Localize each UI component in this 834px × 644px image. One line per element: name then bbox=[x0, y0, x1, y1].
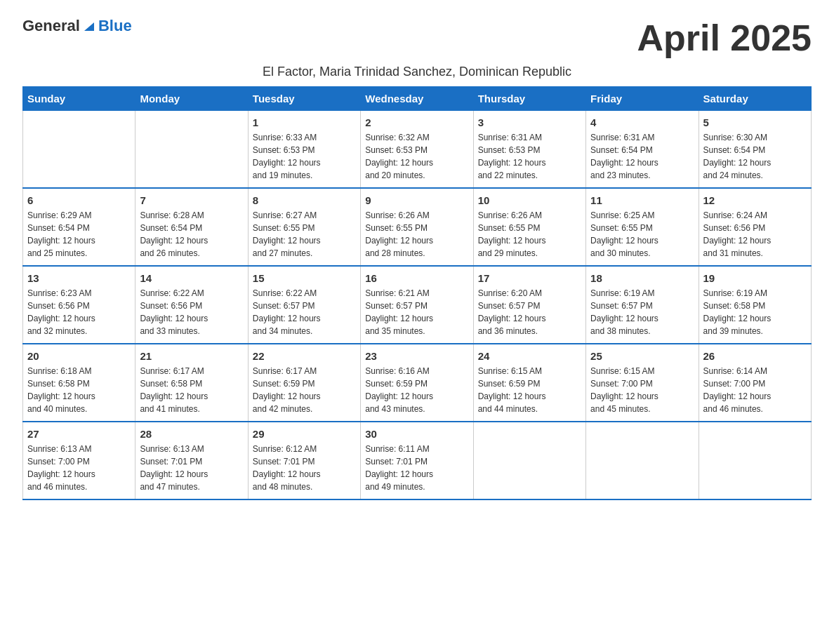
calendar-week-row: 13Sunrise: 6:23 AMSunset: 6:56 PMDayligh… bbox=[23, 266, 812, 344]
day-info: Sunrise: 6:18 AMSunset: 6:58 PMDaylight:… bbox=[27, 365, 131, 415]
calendar-day-header: Sunday bbox=[23, 87, 135, 111]
day-number: 14 bbox=[140, 272, 243, 284]
calendar-cell bbox=[473, 422, 585, 499]
day-info: Sunrise: 6:17 AMSunset: 6:59 PMDaylight:… bbox=[253, 365, 356, 415]
day-number: 28 bbox=[140, 428, 243, 440]
day-info: Sunrise: 6:14 AMSunset: 7:00 PMDaylight:… bbox=[703, 365, 807, 415]
day-info: Sunrise: 6:19 AMSunset: 6:58 PMDaylight:… bbox=[703, 287, 807, 337]
day-info: Sunrise: 6:32 AMSunset: 6:53 PMDaylight:… bbox=[365, 131, 468, 182]
calendar-cell: 30Sunrise: 6:11 AMSunset: 7:01 PMDayligh… bbox=[361, 422, 473, 499]
day-info: Sunrise: 6:19 AMSunset: 6:57 PMDaylight:… bbox=[590, 287, 694, 337]
day-number: 9 bbox=[365, 194, 468, 206]
calendar-cell bbox=[586, 422, 699, 499]
calendar-header-row: SundayMondayTuesdayWednesdayThursdayFrid… bbox=[23, 87, 812, 111]
calendar-cell: 9Sunrise: 6:26 AMSunset: 6:55 PMDaylight… bbox=[361, 188, 473, 266]
calendar-cell: 4Sunrise: 6:31 AMSunset: 6:54 PMDaylight… bbox=[586, 111, 699, 189]
calendar-cell: 29Sunrise: 6:12 AMSunset: 7:01 PMDayligh… bbox=[248, 422, 360, 499]
day-info: Sunrise: 6:11 AMSunset: 7:01 PMDaylight:… bbox=[365, 443, 468, 493]
day-info: Sunrise: 6:31 AMSunset: 6:54 PMDaylight:… bbox=[590, 131, 694, 182]
calendar-week-row: 6Sunrise: 6:29 AMSunset: 6:54 PMDaylight… bbox=[23, 188, 812, 266]
calendar-week-row: 20Sunrise: 6:18 AMSunset: 6:58 PMDayligh… bbox=[23, 344, 812, 422]
day-info: Sunrise: 6:15 AMSunset: 6:59 PMDaylight:… bbox=[478, 365, 581, 415]
day-number: 2 bbox=[365, 116, 468, 128]
page-header: General Blue April 2025 bbox=[22, 17, 812, 59]
calendar-cell: 1Sunrise: 6:33 AMSunset: 6:53 PMDaylight… bbox=[248, 111, 360, 189]
day-number: 24 bbox=[478, 350, 581, 362]
day-info: Sunrise: 6:24 AMSunset: 6:56 PMDaylight:… bbox=[703, 209, 807, 260]
day-number: 7 bbox=[140, 194, 243, 206]
day-info: Sunrise: 6:12 AMSunset: 7:01 PMDaylight:… bbox=[253, 443, 356, 493]
day-number: 10 bbox=[478, 194, 581, 206]
calendar-cell: 14Sunrise: 6:22 AMSunset: 6:56 PMDayligh… bbox=[135, 266, 248, 344]
calendar-cell: 12Sunrise: 6:24 AMSunset: 6:56 PMDayligh… bbox=[699, 188, 811, 266]
calendar-cell: 17Sunrise: 6:20 AMSunset: 6:57 PMDayligh… bbox=[473, 266, 585, 344]
day-number: 8 bbox=[253, 194, 356, 206]
day-number: 5 bbox=[703, 116, 807, 128]
day-number: 11 bbox=[590, 194, 694, 206]
day-number: 15 bbox=[253, 272, 356, 284]
calendar-cell: 10Sunrise: 6:26 AMSunset: 6:55 PMDayligh… bbox=[473, 188, 585, 266]
logo-triangle-icon bbox=[81, 18, 97, 34]
day-number: 13 bbox=[27, 272, 131, 284]
svg-marker-0 bbox=[84, 22, 94, 31]
day-info: Sunrise: 6:28 AMSunset: 6:54 PMDaylight:… bbox=[140, 209, 243, 260]
calendar-cell: 8Sunrise: 6:27 AMSunset: 6:55 PMDaylight… bbox=[248, 188, 360, 266]
calendar-cell: 24Sunrise: 6:15 AMSunset: 6:59 PMDayligh… bbox=[473, 344, 585, 422]
day-info: Sunrise: 6:33 AMSunset: 6:53 PMDaylight:… bbox=[253, 131, 356, 182]
calendar-cell: 3Sunrise: 6:31 AMSunset: 6:53 PMDaylight… bbox=[473, 111, 585, 189]
day-number: 16 bbox=[365, 272, 468, 284]
calendar-cell: 19Sunrise: 6:19 AMSunset: 6:58 PMDayligh… bbox=[699, 266, 811, 344]
day-info: Sunrise: 6:13 AMSunset: 7:00 PMDaylight:… bbox=[27, 443, 131, 493]
calendar-table: SundayMondayTuesdayWednesdayThursdayFrid… bbox=[22, 86, 812, 500]
day-number: 12 bbox=[703, 194, 807, 206]
calendar-day-header: Saturday bbox=[699, 87, 811, 111]
calendar-cell: 20Sunrise: 6:18 AMSunset: 6:58 PMDayligh… bbox=[23, 344, 135, 422]
calendar-week-row: 1Sunrise: 6:33 AMSunset: 6:53 PMDaylight… bbox=[23, 111, 812, 189]
day-number: 29 bbox=[253, 428, 356, 440]
day-number: 27 bbox=[27, 428, 131, 440]
day-info: Sunrise: 6:23 AMSunset: 6:56 PMDaylight:… bbox=[27, 287, 131, 337]
day-number: 19 bbox=[703, 272, 807, 284]
calendar-cell: 5Sunrise: 6:30 AMSunset: 6:54 PMDaylight… bbox=[699, 111, 811, 189]
calendar-day-header: Thursday bbox=[473, 87, 585, 111]
calendar-day-header: Tuesday bbox=[248, 87, 360, 111]
day-number: 17 bbox=[478, 272, 581, 284]
calendar-cell: 13Sunrise: 6:23 AMSunset: 6:56 PMDayligh… bbox=[23, 266, 135, 344]
day-number: 23 bbox=[365, 350, 468, 362]
day-info: Sunrise: 6:29 AMSunset: 6:54 PMDaylight:… bbox=[27, 209, 131, 260]
calendar-day-header: Wednesday bbox=[361, 87, 473, 111]
calendar-cell: 11Sunrise: 6:25 AMSunset: 6:55 PMDayligh… bbox=[586, 188, 699, 266]
day-info: Sunrise: 6:26 AMSunset: 6:55 PMDaylight:… bbox=[365, 209, 468, 260]
day-info: Sunrise: 6:26 AMSunset: 6:55 PMDaylight:… bbox=[478, 209, 581, 260]
calendar-cell: 21Sunrise: 6:17 AMSunset: 6:58 PMDayligh… bbox=[135, 344, 248, 422]
day-info: Sunrise: 6:22 AMSunset: 6:57 PMDaylight:… bbox=[253, 287, 356, 337]
calendar-cell bbox=[699, 422, 811, 499]
logo-general-text: General bbox=[22, 17, 80, 35]
day-number: 6 bbox=[27, 194, 131, 206]
day-number: 26 bbox=[703, 350, 807, 362]
calendar-week-row: 27Sunrise: 6:13 AMSunset: 7:00 PMDayligh… bbox=[23, 422, 812, 499]
day-info: Sunrise: 6:22 AMSunset: 6:56 PMDaylight:… bbox=[140, 287, 243, 337]
page-subtitle: El Factor, Maria Trinidad Sanchez, Domin… bbox=[22, 65, 812, 79]
day-number: 22 bbox=[253, 350, 356, 362]
day-number: 3 bbox=[478, 116, 581, 128]
day-number: 30 bbox=[365, 428, 468, 440]
calendar-cell: 22Sunrise: 6:17 AMSunset: 6:59 PMDayligh… bbox=[248, 344, 360, 422]
day-number: 4 bbox=[590, 116, 694, 128]
day-info: Sunrise: 6:27 AMSunset: 6:55 PMDaylight:… bbox=[253, 209, 356, 260]
calendar-cell: 2Sunrise: 6:32 AMSunset: 6:53 PMDaylight… bbox=[361, 111, 473, 189]
calendar-cell: 25Sunrise: 6:15 AMSunset: 7:00 PMDayligh… bbox=[586, 344, 699, 422]
calendar-cell: 7Sunrise: 6:28 AMSunset: 6:54 PMDaylight… bbox=[135, 188, 248, 266]
calendar-cell: 27Sunrise: 6:13 AMSunset: 7:00 PMDayligh… bbox=[23, 422, 135, 499]
day-info: Sunrise: 6:21 AMSunset: 6:57 PMDaylight:… bbox=[365, 287, 468, 337]
calendar-cell: 15Sunrise: 6:22 AMSunset: 6:57 PMDayligh… bbox=[248, 266, 360, 344]
calendar-cell: 6Sunrise: 6:29 AMSunset: 6:54 PMDaylight… bbox=[23, 188, 135, 266]
day-info: Sunrise: 6:20 AMSunset: 6:57 PMDaylight:… bbox=[478, 287, 581, 337]
day-number: 1 bbox=[253, 116, 356, 128]
month-title: April 2025 bbox=[637, 17, 812, 59]
day-number: 20 bbox=[27, 350, 131, 362]
calendar-cell bbox=[135, 111, 248, 189]
logo: General Blue bbox=[22, 17, 132, 35]
calendar-day-header: Friday bbox=[586, 87, 699, 111]
calendar-cell bbox=[23, 111, 135, 189]
